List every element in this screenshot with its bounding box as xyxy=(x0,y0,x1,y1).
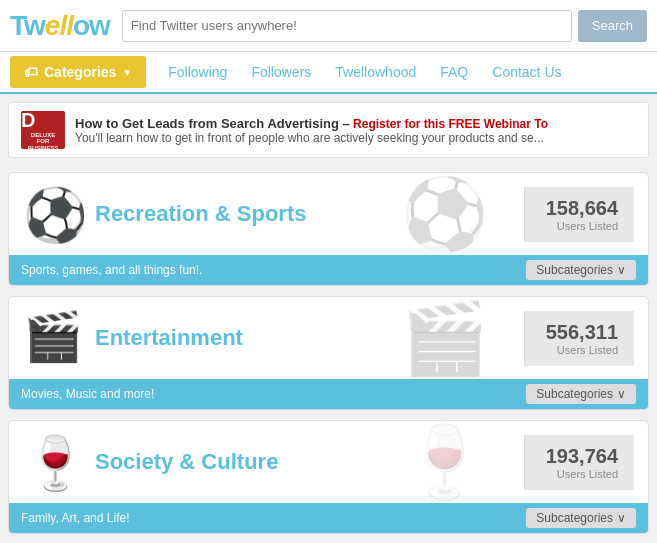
recreation-sports-footer: Sports, games, and all things fun!. Subc… xyxy=(9,255,648,285)
header: Twellow Search xyxy=(0,0,657,52)
categories-content: ⚽ Recreation & Sports ⚽ 158,664 Users Li… xyxy=(0,164,657,543)
subcategories-label: Subcategories xyxy=(536,263,613,277)
ad-body: You'll learn how to get in front of peop… xyxy=(75,131,548,145)
category-main-society-culture: 🍷 Society & Culture 🍷 193,764 Users List… xyxy=(9,421,648,503)
nav-link-contact[interactable]: Contact Us xyxy=(480,64,573,80)
subcategories-label: Subcategories xyxy=(536,387,613,401)
society-culture-label: Users Listed xyxy=(557,468,618,480)
recreation-sports-icon: ⚽ xyxy=(23,185,81,243)
bookmark-icon: 🏷 xyxy=(24,64,38,80)
nav-link-following[interactable]: Following xyxy=(156,64,239,80)
category-card-society-culture: 🍷 Society & Culture 🍷 193,764 Users List… xyxy=(8,420,649,534)
search-input[interactable] xyxy=(122,10,572,42)
entertainment-description: Movies, Music and more! xyxy=(21,387,154,401)
entertainment-count: 556,311 xyxy=(546,321,618,344)
search-button[interactable]: Search xyxy=(578,10,647,42)
entertainment-bg-icon: 🎬 xyxy=(401,297,488,379)
logo: Twellow xyxy=(10,10,110,42)
search-form: Search xyxy=(122,10,647,42)
society-culture-description: Family, Art, and Life! xyxy=(21,511,130,525)
ad-logo: D DELUXEFOR BUSINESS xyxy=(21,111,65,149)
chevron-down-icon: ∨ xyxy=(617,511,626,525)
society-culture-footer: Family, Art, and Life! Subcategories ∨ xyxy=(9,503,648,533)
nav-link-followers[interactable]: Followers xyxy=(239,64,323,80)
ad-headline: How to Get Leads from Search Advertising… xyxy=(75,116,350,131)
nav-link-faq[interactable]: FAQ xyxy=(428,64,480,80)
nav-categories-label: Categories xyxy=(44,64,116,80)
society-culture-count: 193,764 xyxy=(546,445,618,468)
society-culture-bg-icon: 🍷 xyxy=(401,421,488,503)
recreation-sports-description: Sports, games, and all things fun!. xyxy=(21,263,202,277)
nav-link-twellowhood[interactable]: Twellowhood xyxy=(323,64,428,80)
recreation-sports-bg-icon: ⚽ xyxy=(401,173,488,255)
recreation-sports-stats: 158,664 Users Listed xyxy=(524,187,634,242)
ad-cta: Register for this FREE Webinar To xyxy=(353,117,548,131)
society-culture-icon: 🍷 xyxy=(23,433,81,491)
entertainment-stats: 556,311 Users Listed xyxy=(524,311,634,366)
category-card-entertainment: 🎬 Entertainment 🎬 556,311 Users Listed M… xyxy=(8,296,649,410)
chevron-down-icon: ∨ xyxy=(617,263,626,277)
recreation-sports-count: 158,664 xyxy=(546,197,618,220)
subcategories-label: Subcategories xyxy=(536,511,613,525)
chevron-down-icon: ∨ xyxy=(617,387,626,401)
recreation-sports-label: Users Listed xyxy=(557,220,618,232)
entertainment-footer: Movies, Music and more! Subcategories ∨ xyxy=(9,379,648,409)
category-main-entertainment: 🎬 Entertainment 🎬 556,311 Users Listed xyxy=(9,297,648,379)
society-culture-subcategories-button[interactable]: Subcategories ∨ xyxy=(526,508,636,528)
entertainment-label: Users Listed xyxy=(557,344,618,356)
ad-text: How to Get Leads from Search Advertising… xyxy=(75,116,548,145)
nav-categories-button[interactable]: 🏷 Categories ▼ xyxy=(10,56,146,88)
category-main-recreation-sports: ⚽ Recreation & Sports ⚽ 158,664 Users Li… xyxy=(9,173,648,255)
chevron-down-icon: ▼ xyxy=(122,67,132,78)
entertainment-icon: 🎬 xyxy=(23,309,81,367)
category-card-recreation-sports: ⚽ Recreation & Sports ⚽ 158,664 Users Li… xyxy=(8,172,649,286)
ad-banner: D DELUXEFOR BUSINESS How to Get Leads fr… xyxy=(8,102,649,158)
society-culture-stats: 193,764 Users Listed xyxy=(524,435,634,490)
entertainment-subcategories-button[interactable]: Subcategories ∨ xyxy=(526,384,636,404)
nav: 🏷 Categories ▼ Following Followers Twell… xyxy=(0,52,657,94)
recreation-sports-subcategories-button[interactable]: Subcategories ∨ xyxy=(526,260,636,280)
